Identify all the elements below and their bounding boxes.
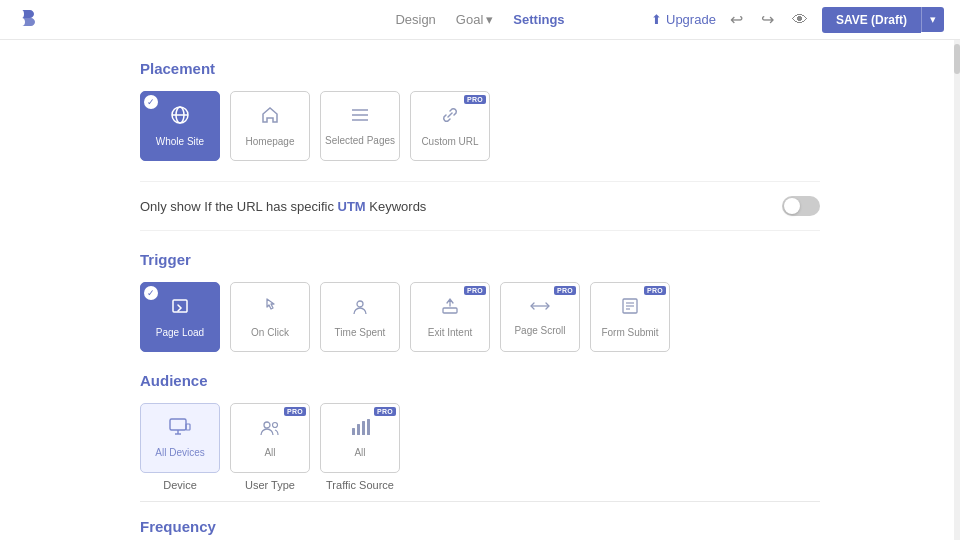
trigger-selected-checkmark: ✓ [144, 286, 158, 300]
on-click-icon [260, 296, 280, 321]
pro-badge-scroll: PRO [554, 286, 576, 295]
selected-pages-label: Selected Pages [325, 135, 395, 147]
audience-traffic-group: PRO All Traffic Source [320, 403, 400, 491]
trigger-card-page-scroll[interactable]: PRO Page Scroll [500, 282, 580, 352]
device-sublabel: Device [140, 479, 220, 491]
nav-settings[interactable]: Settings [513, 12, 564, 27]
whole-site-icon [170, 105, 190, 130]
whole-site-label: Whole Site [156, 136, 204, 148]
nav-goal[interactable]: Goal ▾ [456, 12, 493, 27]
audience-card-traffic[interactable]: PRO All [320, 403, 400, 473]
time-spent-icon [350, 296, 370, 321]
audience-card-user-type[interactable]: PRO All [230, 403, 310, 473]
user-type-sublabel: User Type [230, 479, 310, 491]
audience-cards: All Devices Device PRO [140, 403, 820, 491]
undo-button[interactable]: ↩ [726, 8, 747, 31]
form-submit-label: Form Submit [601, 327, 658, 339]
svg-point-19 [273, 422, 278, 427]
homepage-label: Homepage [246, 136, 295, 148]
pro-badge-traffic: PRO [374, 407, 396, 416]
exit-intent-label: Exit Intent [428, 327, 472, 339]
svg-rect-22 [362, 421, 365, 435]
preview-button[interactable]: 👁 [788, 9, 812, 31]
toggle-knob [784, 198, 800, 214]
selected-pages-icon [350, 106, 370, 129]
checkmark-icon: ✓ [147, 98, 155, 107]
svg-rect-23 [367, 419, 370, 435]
pro-badge-custom-url: PRO [464, 95, 486, 104]
homepage-icon [260, 105, 280, 130]
scrollbar-thumb[interactable] [954, 44, 960, 74]
placement-cards: ✓ Whole Site [140, 91, 820, 161]
audience-user-group: PRO All User Type [230, 403, 310, 491]
audience-title: Audience [140, 372, 820, 389]
upgrade-button[interactable]: ⬆ Upgrade [651, 12, 716, 27]
placement-title: Placement [140, 60, 820, 77]
trigger-card-form-submit[interactable]: PRO Form Submit [590, 282, 670, 352]
time-spent-label: Time Spent [335, 327, 386, 339]
trigger-title: Trigger [140, 251, 820, 268]
save-button-container: SAVE (Draft) ▾ [822, 7, 944, 33]
custom-url-icon [440, 105, 460, 130]
svg-rect-21 [357, 424, 360, 435]
trigger-cards: ✓ Page Load [140, 282, 820, 352]
trigger-card-page-load[interactable]: ✓ Page Load [140, 282, 220, 352]
section-divider [140, 501, 820, 502]
frequency-title: Frequency [140, 518, 820, 535]
utm-toggle-row: Only show If the URL has specific UTM Ke… [140, 181, 820, 231]
svg-rect-8 [443, 308, 457, 313]
trigger-card-exit-intent[interactable]: PRO Exit Intent [410, 282, 490, 352]
user-type-icon [259, 418, 281, 441]
audience-section: Audience All Devices [140, 372, 820, 491]
svg-rect-14 [170, 419, 186, 430]
traffic-source-label: All [354, 447, 365, 459]
placement-card-selected-pages[interactable]: Selected Pages [320, 91, 400, 161]
main-content: Placement ✓ Whole Site [0, 40, 960, 540]
on-click-label: On Click [251, 327, 289, 339]
upgrade-icon: ⬆ [651, 12, 662, 27]
audience-card-all-devices[interactable]: All Devices [140, 403, 220, 473]
logo [16, 6, 40, 33]
audience-device-group: All Devices Device [140, 403, 220, 491]
utm-toggle[interactable] [782, 196, 820, 216]
svg-rect-20 [352, 428, 355, 435]
trigger-section: Trigger ✓ Page Load [140, 251, 820, 352]
save-dropdown-button[interactable]: ▾ [921, 7, 944, 32]
traffic-sublabel: Traffic Source [320, 479, 400, 491]
scrollbar[interactable] [954, 40, 960, 540]
nav-right: ⬆ Upgrade ↩ ↪ 👁 SAVE (Draft) ▾ [651, 7, 944, 33]
placement-card-homepage[interactable]: Homepage [230, 91, 310, 161]
exit-intent-icon [440, 296, 460, 321]
placement-card-whole-site[interactable]: ✓ Whole Site [140, 91, 220, 161]
trigger-card-on-click[interactable]: On Click [230, 282, 310, 352]
frequency-section: Frequency ✓ Do Not Show More Than times.… [140, 518, 820, 540]
chevron-down-icon: ▾ [486, 12, 493, 27]
save-button[interactable]: SAVE (Draft) [822, 7, 921, 33]
user-type-label: All [264, 447, 275, 459]
placement-section: Placement ✓ Whole Site [140, 60, 820, 161]
pro-badge-exit: PRO [464, 286, 486, 295]
checkmark-icon: ✓ [147, 289, 155, 298]
page-load-icon [170, 296, 190, 321]
page-load-label: Page Load [156, 327, 204, 339]
selected-checkmark: ✓ [144, 95, 158, 109]
all-devices-label: All Devices [155, 447, 204, 459]
pro-badge-user: PRO [284, 407, 306, 416]
pro-badge-form: PRO [644, 286, 666, 295]
nav-links: Design Goal ▾ Settings [395, 12, 564, 27]
placement-card-custom-url[interactable]: PRO Custom URL [410, 91, 490, 161]
all-devices-icon [169, 418, 191, 441]
form-submit-icon [620, 296, 640, 321]
utm-toggle-label: Only show If the URL has specific UTM Ke… [140, 199, 426, 214]
svg-point-18 [264, 422, 270, 428]
nav-design[interactable]: Design [395, 12, 435, 27]
page-scroll-icon [529, 298, 551, 319]
top-nav: Design Goal ▾ Settings ⬆ Upgrade ↩ ↪ 👁 S… [0, 0, 960, 40]
trigger-card-time-spent[interactable]: Time Spent [320, 282, 400, 352]
traffic-source-icon [350, 418, 370, 441]
page-scroll-label: Page Scroll [514, 325, 565, 337]
custom-url-label: Custom URL [421, 136, 478, 148]
svg-point-7 [357, 301, 363, 307]
redo-button[interactable]: ↪ [757, 8, 778, 31]
